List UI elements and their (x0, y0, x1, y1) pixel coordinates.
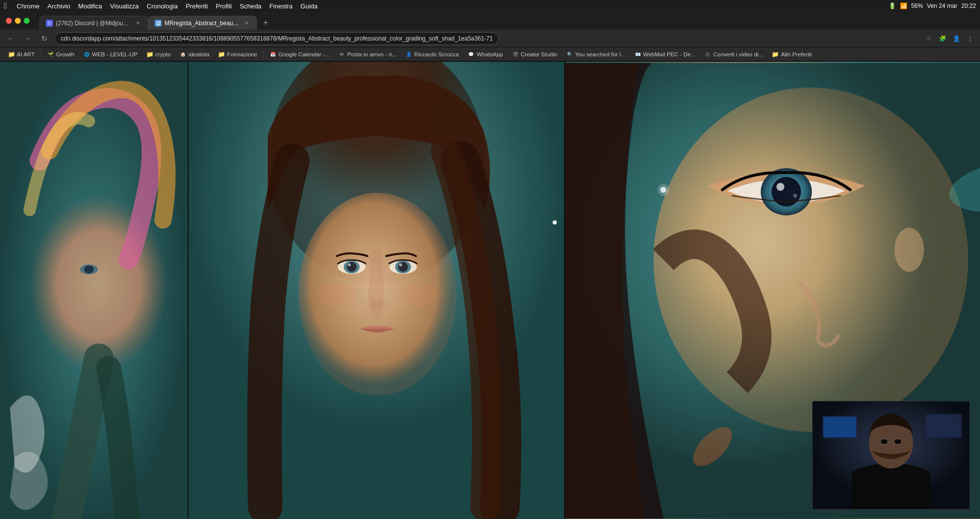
bookmark-label: Formazione (227, 51, 257, 57)
whatsapp-icon: 💬 (468, 51, 475, 58)
bookmark-converti[interactable]: 🎥 Converti i video di... (700, 50, 767, 59)
bookmark-label: WhatsApp (477, 51, 503, 57)
bookmark-posta[interactable]: ✉ Posta in arrivo - ri... (334, 50, 401, 59)
menu-preferiti[interactable]: Preferiti (186, 2, 208, 10)
bookmark-google-calendar[interactable]: 📅 Google Calendar -... (266, 50, 334, 59)
tab-bar: D (2762) Discord | @Midjourney ✕ 🖼 MRreg… (0, 12, 980, 30)
svg-point-15 (369, 300, 385, 308)
extensions-icon[interactable]: 🧩 (937, 33, 948, 44)
menu-finestra[interactable]: Finestra (269, 2, 292, 10)
forward-button[interactable]: → (21, 32, 35, 45)
address-input[interactable] (54, 32, 499, 45)
tab-title-image: MRregista_Abstract_beauty... (164, 20, 240, 27)
menu-modifica[interactable]: Modifica (78, 2, 102, 10)
tab-favicon-image: 🖼 (155, 20, 162, 27)
bookmark-label: Converti i video di... (713, 51, 763, 57)
link-icon: 🌱 (47, 51, 54, 58)
video-background (813, 401, 970, 509)
panel-divider-1 (188, 62, 189, 519)
link-icon: 🌐 (83, 51, 90, 58)
bookmark-separator-2 (263, 50, 264, 58)
menu-archivio[interactable]: Archivio (47, 2, 70, 10)
macos-menubar:  Chrome Archivio Modifica Visualizza Cr… (0, 0, 980, 12)
menu-visualizza[interactable]: Visualizza (110, 2, 139, 10)
search-icon: 🔍 (566, 51, 573, 58)
svg-point-28 (793, 194, 797, 198)
content-area (0, 62, 980, 519)
window-controls (6, 18, 30, 24)
tab-close-image[interactable]: ✕ (243, 19, 250, 27)
window-minimize[interactable] (15, 18, 21, 24)
studio-icon: 🎬 (512, 51, 519, 58)
panel-divider-2 (564, 62, 565, 519)
bookmark-label: Google Calendar -... (279, 51, 330, 57)
bookmark-idealista[interactable]: 🏠 idealista (176, 50, 213, 59)
tab-bar-start (4, 12, 40, 30)
bookmark-riccardo[interactable]: 👤 Riccardo Scrocca (402, 50, 463, 59)
window-maximize[interactable] (24, 18, 30, 24)
mail-icon: ✉ (338, 51, 345, 58)
calendar-icon: 📅 (270, 51, 277, 58)
bookmark-label: WEB - LEVEL-UP (92, 51, 137, 57)
battery-icon: 🔋 (889, 2, 896, 9)
folder-icon: 📁 (772, 51, 779, 58)
menu-scheda[interactable]: Scheda (240, 2, 261, 10)
svg-point-13 (398, 262, 408, 272)
bookmark-web-levelup[interactable]: 🌐 WEB - LEVEL-UP (79, 50, 141, 59)
folder-icon: 📁 (146, 51, 153, 58)
svg-point-10 (348, 263, 351, 266)
folder-icon: 📁 (218, 51, 225, 58)
mail-icon: 📧 (634, 51, 641, 58)
date-display: Ven 24 mar (927, 2, 957, 9)
link-icon: 🏠 (180, 51, 187, 58)
bookmark-label: Riccardo Scrocca (414, 51, 459, 57)
svg-point-18 (553, 220, 557, 224)
menu-dots-icon[interactable]: ⋮ (964, 33, 976, 44)
svg-point-40 (895, 439, 901, 444)
bookmark-whatsapp[interactable]: 💬 WhatsApp (464, 50, 507, 59)
reload-button[interactable]: ↻ (38, 32, 51, 45)
browser-chrome: D (2762) Discord | @Midjourney ✕ 🖼 MRreg… (0, 12, 980, 62)
video-icon: 🎥 (704, 51, 711, 58)
bookmark-label: Posta in arrivo - ri... (347, 51, 397, 57)
tab-close-discord[interactable]: ✕ (134, 19, 142, 27)
bookmark-label: AI ART (17, 51, 35, 57)
menu-chrome[interactable]: Chrome (17, 2, 40, 10)
bookmark-growth[interactable]: 🌱 Growth (43, 50, 78, 59)
menu-guida[interactable]: Guida (300, 2, 318, 10)
tab-list: D (2762) Discord | @Midjourney ✕ 🖼 MRreg… (40, 12, 273, 30)
bookmark-crypto[interactable]: 📁 crypto (142, 50, 174, 59)
menubar-right: 🔋 📶 56% Ven 24 mar 20:22 (889, 2, 976, 9)
menu-cronologia[interactable]: Cronologia (147, 2, 178, 10)
bookmark-star-icon[interactable]: ☆ (923, 33, 935, 44)
svg-point-16 (317, 282, 357, 306)
image-panel-center (189, 62, 564, 519)
bookmark-label: Growth (56, 51, 74, 57)
back-button[interactable]: ← (4, 32, 18, 45)
bookmarks-bar: 📁 AI ART 🌱 Growth 🌐 WEB - LEVEL-UP 📁 cry… (0, 47, 980, 61)
tab-image[interactable]: 🖼 MRregista_Abstract_beauty... ✕ (148, 16, 257, 30)
bookmark-creator-studio[interactable]: 🎬 Creator Studio (508, 50, 561, 59)
bookmark-webmail[interactable]: 📧 WebMail PEC - De... (630, 50, 699, 59)
bookmark-label: Altri Preferiti (781, 51, 812, 57)
apple-menu[interactable]:  (4, 1, 7, 10)
folder-icon: 📁 (8, 51, 15, 58)
tab-discord[interactable]: D (2762) Discord | @Midjourney ✕ (40, 16, 148, 30)
face-svg-left (0, 62, 188, 519)
bookmark-formazione[interactable]: 📁 Formazione (214, 50, 261, 59)
browser-actions: ☆ 🧩 👤 ⋮ (923, 33, 976, 44)
svg-point-39 (881, 439, 888, 444)
bookmark-altri-preferiti[interactable]: 📁 Altri Preferiti (768, 50, 816, 59)
new-tab-button[interactable]: + (259, 16, 273, 30)
bookmark-you-searched[interactable]: 🔍 You searched for l... (562, 50, 629, 59)
svg-rect-36 (926, 415, 961, 437)
time-display: 20:22 (961, 2, 976, 9)
svg-point-9 (347, 262, 357, 272)
user-icon: 👤 (406, 51, 412, 58)
profile-icon[interactable]: 👤 (950, 33, 962, 44)
menu-profili[interactable]: Profili (216, 2, 232, 10)
bookmark-ai-art[interactable]: 📁 AI ART (4, 50, 39, 59)
window-close[interactable] (6, 18, 12, 24)
face-svg-center (189, 62, 564, 519)
image-panel-left (0, 62, 188, 519)
